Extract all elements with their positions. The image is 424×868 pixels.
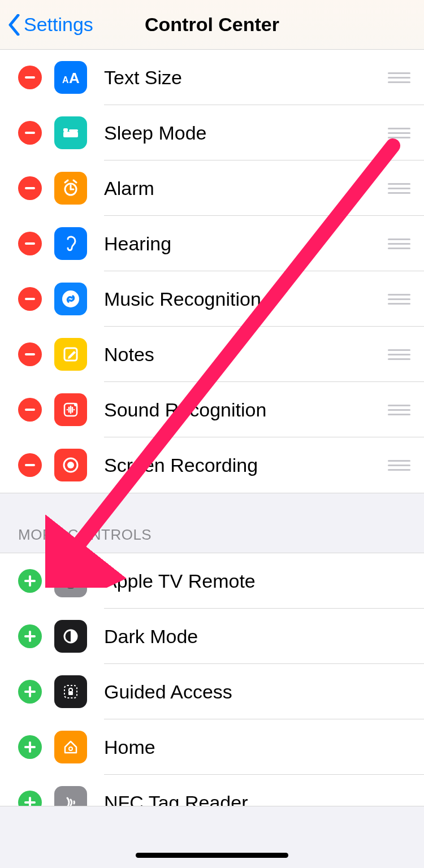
svg-line-8 <box>65 180 68 183</box>
svg-point-26 <box>72 585 73 587</box>
tv-remote-icon <box>54 565 87 597</box>
row-hearing[interactable]: Hearing <box>0 216 424 271</box>
svg-point-10 <box>62 290 79 307</box>
add-button[interactable] <box>18 569 42 593</box>
drag-handle-icon[interactable] <box>388 238 410 249</box>
drag-handle-icon[interactable] <box>388 349 410 360</box>
notes-icon <box>54 338 87 371</box>
remove-button[interactable] <box>18 398 42 422</box>
bed-icon <box>54 116 87 149</box>
drag-handle-icon[interactable] <box>388 460 410 471</box>
svg-rect-29 <box>68 691 73 695</box>
section-gap: MORE CONTROLS <box>0 493 424 553</box>
row-label: Music Recognition <box>104 288 388 310</box>
svg-point-20 <box>67 462 74 468</box>
svg-line-9 <box>73 180 76 183</box>
row-label: Screen Recording <box>104 454 388 476</box>
row-label: Hearing <box>104 233 388 255</box>
row-text-size[interactable]: AA Text Size <box>0 50 424 105</box>
svg-point-23 <box>68 583 70 584</box>
drag-handle-icon[interactable] <box>388 294 410 305</box>
svg-rect-4 <box>69 129 78 132</box>
row-guided-access[interactable]: Guided Access <box>0 664 424 719</box>
record-icon <box>54 449 87 481</box>
row-label: Sound Recognition <box>104 399 388 421</box>
svg-rect-3 <box>63 128 68 132</box>
row-home[interactable]: Home <box>0 719 424 775</box>
text-size-icon: AA <box>54 61 87 94</box>
svg-text:A: A <box>62 75 69 85</box>
row-label: Sleep Mode <box>104 122 388 144</box>
row-label: Apple TV Remote <box>104 570 410 592</box>
guided-access-icon <box>54 675 87 708</box>
remove-button[interactable] <box>18 176 42 200</box>
svg-point-13 <box>74 403 77 406</box>
row-sleep-mode[interactable]: Sleep Mode <box>0 105 424 160</box>
remove-button[interactable] <box>18 453 42 477</box>
drag-handle-icon[interactable] <box>388 72 410 83</box>
back-button[interactable]: Settings <box>8 0 93 49</box>
add-button[interactable] <box>18 735 42 759</box>
ear-icon <box>54 227 87 260</box>
dark-mode-icon <box>54 620 87 653</box>
back-label: Settings <box>24 14 93 36</box>
row-label: Text Size <box>104 67 388 89</box>
row-label: Alarm <box>104 177 388 199</box>
svg-point-22 <box>68 575 73 580</box>
svg-point-30 <box>69 747 72 750</box>
remove-button[interactable] <box>18 66 42 89</box>
svg-rect-2 <box>63 132 78 137</box>
add-button[interactable] <box>18 680 42 704</box>
row-screen-recording[interactable]: Screen Recording <box>0 437 424 493</box>
row-label: Dark Mode <box>104 626 410 648</box>
home-icon <box>54 731 87 763</box>
svg-text:A: A <box>69 70 80 86</box>
remove-button[interactable] <box>18 287 42 311</box>
row-notes[interactable]: Notes <box>0 327 424 382</box>
row-label: Notes <box>104 344 388 366</box>
bottom-bar <box>0 806 424 868</box>
sound-recognition-icon <box>54 393 87 426</box>
remove-button[interactable] <box>18 121 42 145</box>
drag-handle-icon[interactable] <box>388 128 410 138</box>
row-sound-recognition[interactable]: Sound Recognition <box>0 382 424 437</box>
row-dark-mode[interactable]: Dark Mode <box>0 609 424 664</box>
included-controls-list: AA Text Size Sleep Mode Alarm Hearing <box>0 50 424 493</box>
row-music-recognition[interactable]: Music Recognition <box>0 271 424 327</box>
row-apple-tv-remote[interactable]: Apple TV Remote <box>0 553 424 609</box>
row-label: Home <box>104 736 410 758</box>
header-bar: Settings Control Center <box>0 0 424 50</box>
page-title: Control Center <box>145 14 279 36</box>
row-label: Guided Access <box>104 681 410 703</box>
row-alarm[interactable]: Alarm <box>0 160 424 216</box>
drag-handle-icon[interactable] <box>388 183 410 194</box>
add-button[interactable] <box>18 624 42 648</box>
remove-button[interactable] <box>18 232 42 255</box>
svg-point-25 <box>68 585 70 587</box>
chevron-left-icon <box>8 14 20 36</box>
shazam-icon <box>54 283 87 315</box>
section-header-more-controls: MORE CONTROLS <box>0 493 424 553</box>
alarm-icon <box>54 172 87 205</box>
drag-handle-icon[interactable] <box>388 405 410 415</box>
remove-button[interactable] <box>18 342 42 366</box>
home-indicator[interactable] <box>136 853 288 858</box>
svg-point-24 <box>72 583 73 584</box>
